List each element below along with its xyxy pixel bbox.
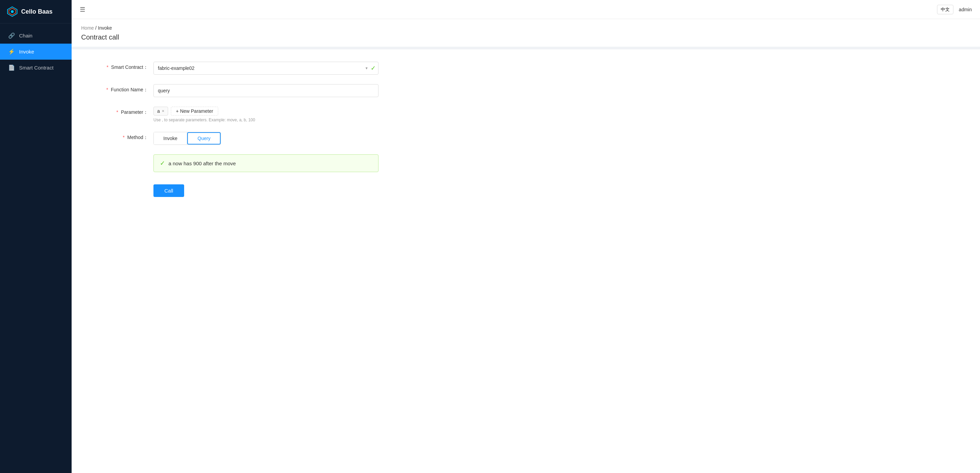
sidebar: Cello Baas 🔗 Chain ⚡ Invoke 📄 Smart Cont…: [0, 0, 72, 473]
method-button-group: Invoke Query: [153, 132, 221, 145]
success-icon: ✓: [160, 159, 165, 167]
smart-contract-control: fabric-example02 ▾ ✓: [153, 62, 379, 75]
result-label-spacer: [99, 154, 153, 157]
user-label: admin: [959, 7, 972, 12]
method-label: * Method：: [99, 132, 153, 141]
parameter-hint: Use , to separate parameters. Example: m…: [153, 117, 379, 122]
required-star-method: *: [123, 135, 124, 140]
chain-icon: 🔗: [8, 32, 15, 39]
header-left: ☰: [80, 6, 85, 13]
parameter-wrapper: a × + New Parameter: [153, 107, 379, 116]
smart-contract-label: * Smart Contract：: [99, 62, 153, 71]
breadcrumb-section: Home / Invoke Contract call: [72, 19, 980, 47]
call-button[interactable]: Call: [153, 184, 184, 197]
logo-icon: [7, 6, 18, 17]
sidebar-item-smart-contract[interactable]: 📄 Smart Contract: [0, 60, 72, 76]
smart-contract-select[interactable]: fabric-example02: [153, 62, 379, 75]
param-tag-close-icon[interactable]: ×: [162, 109, 164, 113]
breadcrumb-home[interactable]: Home: [81, 25, 94, 31]
main: ☰ 中文 admin Home / Invoke Contract call *…: [72, 0, 980, 473]
logo: Cello Baas: [0, 0, 72, 24]
function-name-control: [153, 84, 379, 97]
sidebar-item-smart-contract-label: Smart Contract: [19, 65, 54, 71]
required-star-fn: *: [107, 87, 108, 92]
param-tag-a: a ×: [153, 107, 168, 116]
smart-contract-row: * Smart Contract： fabric-example02 ▾ ✓: [99, 62, 953, 75]
header: ☰ 中文 admin: [72, 0, 980, 19]
new-parameter-button[interactable]: + New Parameter: [171, 107, 218, 116]
parameter-control: a × + New Parameter Use , to separate pa…: [153, 107, 379, 122]
method-control: Invoke Query: [153, 132, 379, 145]
smart-contract-icon: 📄: [8, 64, 15, 71]
divider: [72, 47, 980, 49]
hamburger-button[interactable]: ☰: [80, 6, 85, 13]
page-title: Contract call: [81, 33, 970, 47]
breadcrumb: Home / Invoke: [81, 25, 970, 31]
result-control: ✓ a now has 900 after the move: [153, 154, 379, 172]
function-name-input[interactable]: [153, 84, 379, 97]
parameter-row: * Parameter： a × + New Parameter Use , t…: [99, 107, 953, 122]
required-star-sc: *: [107, 64, 108, 70]
sidebar-nav: 🔗 Chain ⚡ Invoke 📄 Smart Contract: [0, 24, 72, 473]
sidebar-item-invoke[interactable]: ⚡ Invoke: [0, 44, 72, 60]
breadcrumb-separator: /: [95, 25, 97, 31]
page-content: Home / Invoke Contract call * Smart Cont…: [72, 19, 980, 473]
result-row: ✓ a now has 900 after the move: [99, 154, 953, 172]
sidebar-item-chain[interactable]: 🔗 Chain: [0, 28, 72, 44]
function-name-row: * Function Name：: [99, 84, 953, 97]
function-name-label: * Function Name：: [99, 84, 153, 93]
sidebar-item-chain-label: Chain: [19, 33, 32, 38]
invoke-icon: ⚡: [8, 48, 15, 55]
sidebar-item-invoke-label: Invoke: [19, 49, 34, 54]
method-row: * Method： Invoke Query: [99, 132, 953, 145]
header-right: 中文 admin: [937, 5, 972, 14]
result-box: ✓ a now has 900 after the move: [153, 154, 379, 172]
check-circle-icon: ✓: [371, 64, 376, 72]
required-star-param: *: [116, 110, 118, 115]
method-invoke-button[interactable]: Invoke: [154, 132, 187, 144]
smart-contract-select-wrapper: fabric-example02 ▾ ✓: [153, 62, 379, 75]
parameter-label: * Parameter：: [99, 107, 153, 116]
result-text: a now has 900 after the move: [169, 160, 236, 166]
form-section: * Smart Contract： fabric-example02 ▾ ✓: [72, 49, 980, 209]
breadcrumb-current: Invoke: [98, 25, 112, 31]
app-title: Cello Baas: [21, 8, 52, 15]
method-query-button[interactable]: Query: [187, 132, 221, 144]
language-button[interactable]: 中文: [937, 5, 953, 14]
param-tag-value: a: [157, 108, 160, 114]
svg-point-2: [11, 10, 14, 13]
